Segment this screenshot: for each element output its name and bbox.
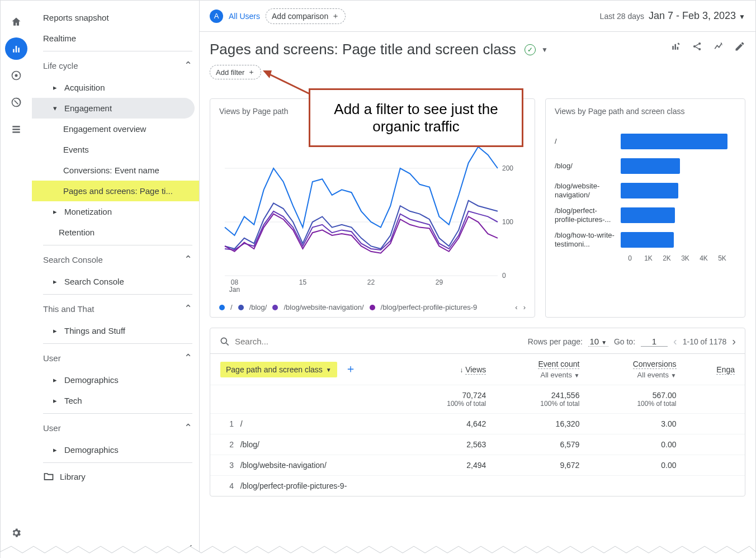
bar-fill — [621, 232, 674, 248]
bar-label: /blog/perfect-profile-pictures-... — [555, 206, 621, 224]
sidebar-item-tech[interactable]: ▸Tech — [32, 390, 199, 411]
col-conversions[interactable]: Conversions All events ▼ — [589, 354, 686, 385]
table-row[interactable]: 4 /blog/perfect-profile-pictures-9- — [210, 476, 745, 496]
table-totals-row: 70,724100% of total 241,556100% of total… — [210, 385, 745, 414]
table-row[interactable]: 1 / 4,64216,3203.00 — [210, 414, 745, 434]
svg-rect-4 — [12, 129, 20, 130]
date-range-picker[interactable]: Jan 7 - Feb 3, 2023 ▼ — [649, 10, 745, 22]
next-page-icon[interactable]: › — [732, 335, 736, 348]
svg-text:200: 200 — [502, 164, 513, 172]
legend-next-icon[interactable]: › — [523, 303, 526, 311]
table-card: Rows per page: 10 ▼ Go to: ‹ 1-10 of 117… — [210, 328, 745, 496]
dimension-picker[interactable]: Page path and screen class ▼ — [220, 362, 337, 377]
svg-marker-25 — [263, 70, 272, 78]
annotation-arrow-icon — [262, 66, 318, 105]
insights-icon[interactable] — [713, 41, 724, 54]
customize-report-icon[interactable] — [670, 41, 682, 54]
sidebar: Reports snapshot Realtime Life cycle⌃ ▸A… — [32, 1, 200, 557]
table-row[interactable]: 2 /blog/ 2,5636,5790.00 — [210, 434, 745, 455]
svg-text:29: 29 — [436, 278, 443, 286]
svg-text:Jan: Jan — [229, 286, 240, 294]
add-dimension-button[interactable]: ＋ — [345, 362, 356, 375]
svg-text:22: 22 — [367, 278, 375, 286]
add-filter-button[interactable]: Add filter ＋ — [210, 65, 261, 79]
title-bar: Pages and screens: Page title and screen… — [200, 32, 755, 62]
advertising-icon[interactable] — [5, 91, 27, 114]
svg-text:100: 100 — [502, 218, 513, 226]
bar-row: /blog/how-to-write-testimoni... — [555, 228, 736, 252]
legend-label[interactable]: /blog/perfect-profile-pictures-9 — [381, 303, 478, 311]
legend-label[interactable]: /blog/ — [249, 303, 267, 311]
bar-row: / — [555, 129, 736, 154]
topbar: A All Users Add comparison ＋ Last 28 day… — [200, 1, 755, 32]
rows-per-page-label: Rows per page: — [528, 337, 583, 346]
segment-all-users[interactable]: All Users — [229, 12, 260, 21]
sidebar-section-search-console[interactable]: Search Console⌃ — [32, 245, 199, 271]
add-comparison-button[interactable]: Add comparison ＋ — [266, 8, 346, 24]
svg-line-24 — [268, 74, 310, 94]
bar-fill — [621, 207, 675, 223]
legend-dot — [219, 305, 225, 310]
title-dropdown[interactable]: ▼ — [541, 46, 548, 54]
sidebar-item-conversions[interactable]: Conversions: Event name — [32, 160, 199, 181]
sidebar-item-pages-screens[interactable]: Pages and screens: Page ti... — [32, 181, 199, 201]
bar-label: /blog/website-navigation/ — [555, 182, 621, 199]
chevron-up-icon: ⌃ — [184, 59, 192, 72]
settings-icon[interactable] — [5, 522, 27, 544]
svg-point-9 — [693, 45, 696, 48]
sidebar-section-user2[interactable]: User⌃ — [32, 414, 199, 439]
sidebar-item-search-console[interactable]: ▸Search Console — [32, 271, 199, 292]
svg-rect-3 — [12, 126, 20, 127]
search-icon — [219, 336, 230, 347]
sidebar-section-user[interactable]: User⌃ — [32, 344, 199, 370]
sidebar-item-snapshot[interactable]: Reports snapshot — [32, 7, 199, 28]
verified-icon: ✓ — [525, 44, 536, 55]
plus-icon: ＋ — [332, 11, 339, 21]
reports-icon[interactable] — [5, 37, 27, 60]
sidebar-item-demographics[interactable]: ▸Demographics — [32, 370, 199, 390]
plus-icon: ＋ — [248, 67, 255, 77]
explore-icon[interactable] — [5, 64, 27, 87]
goto-label: Go to: — [614, 337, 635, 346]
legend-prev-icon[interactable]: ‹ — [515, 303, 517, 311]
legend-dot — [238, 305, 244, 310]
legend-label[interactable]: / — [230, 303, 233, 311]
search-input[interactable] — [235, 337, 302, 346]
svg-text:0: 0 — [502, 272, 506, 280]
line-chart-legend: //blog//blog/website-navigation//blog/pe… — [219, 303, 526, 311]
legend-label[interactable]: /blog/website-navigation/ — [284, 303, 363, 311]
sidebar-section-this-that[interactable]: This and That⌃ — [32, 295, 199, 320]
sidebar-item-things-stuff[interactable]: ▸Things and Stuff — [32, 320, 199, 341]
bar-axis: 01K2K3K4K5K — [555, 254, 736, 262]
sidebar-item-engagement-overview[interactable]: Engagement overview — [32, 119, 199, 139]
legend-dot — [272, 305, 278, 310]
sidebar-section-lifecycle[interactable]: Life cycle⌃ — [32, 51, 199, 77]
folder-icon — [43, 471, 54, 482]
col-event-count[interactable]: Event count All events ▼ — [496, 354, 589, 385]
col-views[interactable]: ↓ Views — [406, 354, 496, 385]
rows-per-page-select[interactable]: 10 ▼ — [588, 337, 608, 347]
sidebar-item-acquisition[interactable]: ▸Acquisition — [32, 77, 199, 98]
sidebar-item-retention[interactable]: Retention — [32, 222, 199, 243]
home-icon[interactable] — [5, 11, 27, 33]
bar-label: / — [555, 137, 621, 146]
sidebar-item-engagement[interactable]: ▾Engagement — [32, 98, 195, 119]
svg-text:08: 08 — [231, 278, 239, 286]
svg-rect-5 — [12, 131, 20, 133]
share-icon[interactable] — [692, 41, 703, 54]
page-range: 1-10 of 1178 — [683, 337, 727, 346]
sidebar-item-monetization[interactable]: ▸Monetization — [32, 201, 199, 222]
sidebar-item-events[interactable]: Events — [32, 139, 199, 160]
edit-icon[interactable] — [734, 41, 745, 54]
table-row[interactable]: 3 /blog/website-navigation/ 2,4949,6720.… — [210, 455, 745, 476]
col-engagement[interactable]: Enga — [687, 354, 745, 385]
collapse-sidebar-icon[interactable]: ‹ — [188, 540, 192, 553]
sidebar-item-demographics2[interactable]: ▸Demographics — [32, 439, 199, 460]
configure-icon[interactable] — [5, 118, 27, 140]
sidebar-item-realtime[interactable]: Realtime — [32, 28, 199, 49]
bar-row: /blog/ — [555, 154, 736, 178]
goto-input[interactable] — [641, 337, 668, 347]
prev-page-icon[interactable]: ‹ — [673, 335, 677, 348]
svg-text:15: 15 — [299, 278, 307, 286]
sidebar-library[interactable]: Library — [32, 463, 199, 490]
